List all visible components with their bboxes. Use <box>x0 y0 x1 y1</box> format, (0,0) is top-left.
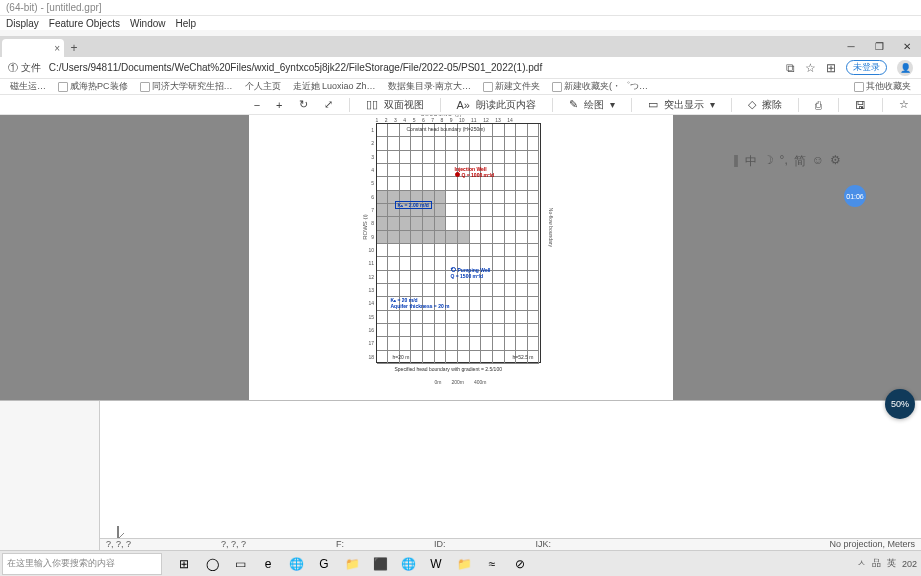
print-button[interactable]: ⎙ <box>815 99 822 111</box>
taskbar-app-icon[interactable]: 📁 <box>342 554 362 574</box>
ime-lang-button[interactable]: 中 <box>745 153 757 170</box>
pumping-well-icon <box>451 267 456 272</box>
bookmark-item[interactable]: 新建收藏夹(・゜つ… <box>552 80 648 93</box>
h-left-label: h=20 m <box>393 354 410 360</box>
star-icon: ☆ <box>899 98 909 111</box>
injection-well-label: Injection Well Q = 1000 m³/d <box>455 166 495 178</box>
taskbar-app-icon[interactable]: 🌐 <box>286 554 306 574</box>
avatar-icon[interactable]: 👤 <box>897 60 913 76</box>
ime-pause-icon[interactable]: ‖ <box>733 153 739 170</box>
page-icon <box>58 82 68 92</box>
recording-timer[interactable]: 01:06 <box>844 185 866 207</box>
model-grid: 123456789101112131415161718 ROWS (i) No-… <box>376 123 541 363</box>
save-button[interactable]: 🖫 <box>855 99 866 111</box>
gms-menu-feature-objects[interactable]: Feature Objects <box>49 18 120 29</box>
read-aloud-button[interactable]: A»朗读此页内容 <box>457 98 536 112</box>
rotate-button[interactable]: ↻ <box>299 98 308 111</box>
gms-titlebar: (64-bit) - [untitled.gpr] <box>0 0 921 16</box>
bookmark-item[interactable]: 其他收藏夹 <box>854 80 911 93</box>
minimize-button[interactable]: ─ <box>837 37 865 55</box>
h-right-label: h=52.5 m <box>513 354 534 360</box>
page-view-button[interactable]: ▯▯双面视图 <box>366 98 424 112</box>
separator <box>552 98 553 112</box>
gms-window-title: (64-bit) - [untitled.gpr] <box>6 2 102 13</box>
bookmark-item[interactable]: 走近她 Luoxiao Zh… <box>293 80 376 93</box>
tray-ime[interactable]: 英 <box>887 557 896 570</box>
gms-menu-help[interactable]: Help <box>176 18 197 29</box>
gms-menubar: Display Feature Objects Window Help <box>0 16 921 30</box>
gms-toolbar <box>0 30 921 37</box>
bookmark-item[interactable]: 磁生运… <box>10 80 46 93</box>
speaker-icon: A» <box>457 99 470 111</box>
tray-date[interactable]: 202 <box>902 559 917 569</box>
folder-icon <box>483 82 493 92</box>
reading-view-icon[interactable]: ⧉ <box>786 61 795 75</box>
taskbar-app-icon[interactable]: 🌐 <box>398 554 418 574</box>
draw-button[interactable]: ✎绘图▾ <box>569 98 615 112</box>
status-bar: ?, ?, ? ?, ?, ? F: ID: IJK: No projectio… <box>100 538 921 550</box>
maximize-button[interactable]: ❐ <box>865 37 893 55</box>
collections-icon[interactable]: ⊞ <box>826 61 836 75</box>
separator <box>731 98 732 112</box>
address-actions: ⧉ ☆ ⊞ 未登录 👤 <box>786 60 913 76</box>
taskbar-app-icon[interactable]: ⊘ <box>510 554 530 574</box>
chevron-down-icon: ▾ <box>710 99 715 110</box>
browser-tab-active[interactable]: × <box>2 39 64 57</box>
erase-button[interactable]: ◇擦除 <box>748 98 782 112</box>
taskbar-app-icon[interactable]: G <box>314 554 334 574</box>
tab-close-icon[interactable]: × <box>54 43 60 54</box>
star-button[interactable]: ☆ <box>899 98 909 111</box>
taskbar-app-icon[interactable]: ≈ <box>482 554 502 574</box>
close-button[interactable]: ✕ <box>893 37 921 55</box>
bookmark-item[interactable]: 同济大学研究生招… <box>140 80 233 93</box>
taskbar-app-icon[interactable]: 📁 <box>454 554 474 574</box>
bookmark-item[interactable]: 个人主页 <box>245 80 281 93</box>
k2-label: K₂ = 20 m/d Aquifer thickness = 20 m <box>391 297 450 309</box>
k1-label: K₁ = 2.00 m/d <box>395 202 432 208</box>
pdf-viewport[interactable]: COLUMNS (j) 1234567891011121314 12345678… <box>0 115 921 400</box>
new-tab-button[interactable]: + <box>64 39 84 57</box>
print-icon: ⎙ <box>815 99 822 111</box>
bookmark-item[interactable]: 新建文件夹 <box>483 80 540 93</box>
zoom-out-button[interactable]: − <box>254 99 260 111</box>
separator <box>349 98 350 112</box>
folder-icon <box>854 82 864 92</box>
gms-menu-display[interactable]: Display <box>6 18 39 29</box>
tray-item[interactable]: 品 <box>872 557 881 570</box>
address-input[interactable]: C:/Users/94811/Documents/WeChat%20Files/… <box>49 62 778 73</box>
ime-simp-button[interactable]: 简 <box>794 153 806 170</box>
taskbar-app-icon[interactable]: W <box>426 554 446 574</box>
highlight-button[interactable]: ▭突出显示▾ <box>648 98 715 112</box>
taskbar-app-icon[interactable]: ⊞ <box>174 554 194 574</box>
separator <box>798 98 799 112</box>
gms-menu-window[interactable]: Window <box>130 18 166 29</box>
zoom-in-button[interactable]: + <box>276 99 282 111</box>
taskbar-app-icon[interactable]: e <box>258 554 278 574</box>
ime-punct-button[interactable]: °, <box>780 153 788 170</box>
system-tray: ㅅ 品 英 202 <box>857 557 921 570</box>
tray-chevron-up-icon[interactable]: ㅅ <box>857 557 866 570</box>
coord-id: ID: <box>434 539 446 550</box>
taskbar-app-icon[interactable]: ⬛ <box>370 554 390 574</box>
ime-emoji-icon[interactable]: ☺ <box>812 153 824 170</box>
taskbar-app-icon[interactable]: ▭ <box>230 554 250 574</box>
login-pill[interactable]: 未登录 <box>846 60 887 75</box>
bookmark-item[interactable]: 数据集目录·南京大… <box>388 80 472 93</box>
pdf-page: COLUMNS (j) 1234567891011121314 12345678… <box>249 115 673 400</box>
zoom-badge[interactable]: 50% <box>885 389 915 419</box>
bookmark-item[interactable]: 威海热PC装修 <box>58 80 128 93</box>
search-placeholder: 在这里输入你要搜索的内容 <box>7 557 115 570</box>
gms-canvas[interactable]: 50% ?, ?, ? ?, ?, ? F: ID: IJK: No proje… <box>100 401 921 550</box>
window-controls: ─ ❐ ✕ <box>837 37 921 57</box>
erase-icon: ◇ <box>748 98 756 111</box>
ime-moon-icon[interactable]: ☽ <box>763 153 774 170</box>
favorites-icon[interactable]: ☆ <box>805 61 816 75</box>
ime-gear-icon[interactable]: ⚙ <box>830 153 841 170</box>
windows-taskbar: 在这里输入你要搜索的内容 ⊞◯▭e🌐G📁⬛🌐W📁≈⊘ ㅅ 品 英 202 <box>0 550 921 576</box>
taskbar-app-icon[interactable]: ◯ <box>202 554 222 574</box>
separator <box>882 98 883 112</box>
gms-project-panel[interactable] <box>0 401 100 550</box>
fit-button[interactable]: ⤢ <box>324 98 333 111</box>
top-boundary-label: Constant head boundary (H=250m) <box>407 126 486 132</box>
taskbar-search-input[interactable]: 在这里输入你要搜索的内容 <box>2 553 162 575</box>
